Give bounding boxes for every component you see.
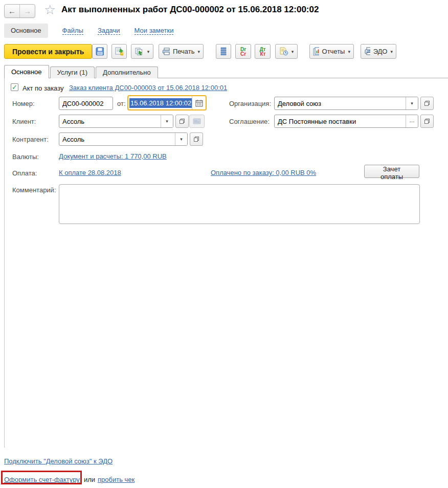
counterparty-combo[interactable]: Ассоль ▾ xyxy=(59,132,188,146)
back-arrow-icon: ← xyxy=(8,7,16,15)
floppy-save-icon xyxy=(96,47,104,56)
client-open-button[interactable] xyxy=(175,115,189,128)
agreement-label: Соглашение: xyxy=(229,118,270,125)
date-label: от: xyxy=(117,100,126,107)
date-selected-text: 15.06.2018 12:00:02 xyxy=(129,98,192,108)
calendar-icon xyxy=(195,99,203,107)
chevron-down-icon: ▾ xyxy=(147,49,150,54)
agreement-choose-button[interactable]: ... xyxy=(406,115,418,127)
create-based-on-icon xyxy=(135,48,144,56)
act-by-order-checkbox[interactable]: ✓ xyxy=(11,83,18,91)
page-title: Акт выполненных работ ДС00-000002 от 15.… xyxy=(61,5,319,15)
dr-cr-icon: Dr Cr xyxy=(240,47,246,56)
forward-arrow-icon: → xyxy=(24,7,31,15)
nav-item-main[interactable]: Основное xyxy=(4,24,48,38)
dt-kt-icon: Дт Кт xyxy=(259,47,265,56)
document-settlements-link[interactable]: Документ и расчеты: 1 770,00 RUB xyxy=(59,152,167,160)
counterparty-label: Контрагент: xyxy=(12,136,49,143)
payment-label: Оплата: xyxy=(12,169,37,177)
report-chart-icon xyxy=(313,47,319,56)
favorites-star-icon[interactable]: ☆ xyxy=(44,2,56,18)
payment-offset-button[interactable]: Зачет оплаты xyxy=(364,165,419,178)
printer-icon xyxy=(162,48,170,55)
organization-combo[interactable]: Деловой союз ▾ xyxy=(274,97,418,110)
document-clock-icon xyxy=(279,47,288,56)
date-field-group: 15.06.2018 12:00:02 xyxy=(127,95,207,110)
reports-button[interactable]: Отчеты ▾ xyxy=(309,44,354,59)
toolbar: Провести и закрыть xyxy=(0,44,448,59)
client-dropdown-button[interactable]: ▾ xyxy=(161,115,173,127)
calendar-button[interactable] xyxy=(192,96,206,109)
counterparty-dropdown-button[interactable]: ▾ xyxy=(175,133,187,145)
chevron-down-icon: ▾ xyxy=(180,137,183,142)
currencies-label: Валюты: xyxy=(12,153,39,161)
number-label: Номер: xyxy=(12,100,35,107)
client-value: Ассоль xyxy=(59,115,161,127)
reports-label: Отчеты xyxy=(322,48,345,55)
chevron-down-icon: ▾ xyxy=(411,101,413,106)
punch-receipt-link[interactable]: пробить чек xyxy=(98,476,135,483)
chevron-down-icon: ▾ xyxy=(390,49,393,54)
open-form-icon xyxy=(179,118,185,124)
print-label: Печать xyxy=(173,48,195,55)
edo-button[interactable]: ЭДО ▾ xyxy=(361,44,396,59)
client-label: Клиент: xyxy=(12,118,36,125)
counterparty-open-button[interactable] xyxy=(190,132,203,146)
agreement-open-button[interactable] xyxy=(420,115,434,128)
chevron-down-icon: ▾ xyxy=(197,49,200,54)
chevron-down-icon: ▾ xyxy=(166,119,168,124)
nav-link-notes[interactable]: Мои заметки xyxy=(135,27,174,35)
history-nav: ← → xyxy=(4,4,35,18)
open-form-icon xyxy=(193,136,199,142)
ellipsis-icon: ... xyxy=(409,117,414,124)
chevron-down-icon: ▾ xyxy=(348,49,350,54)
chevron-down-icon: ▾ xyxy=(292,49,294,54)
post-and-close-button[interactable]: Провести и закрыть xyxy=(4,44,92,59)
or-text: или xyxy=(84,476,95,483)
create-invoice-link[interactable]: Оформить счет-фактуру xyxy=(4,476,80,483)
dr-cr-button[interactable]: Dr Cr xyxy=(235,44,251,59)
agreement-combo[interactable]: ДС Постоянные поставки ... xyxy=(274,115,418,128)
open-form-icon xyxy=(424,100,430,106)
edo-label: ЭДО xyxy=(373,48,388,55)
edo-connect-link[interactable]: Подключить "Деловой союз" к ЭДО xyxy=(4,457,113,465)
agreement-value: ДС Постоянные поставки xyxy=(275,115,406,127)
organization-open-button[interactable] xyxy=(420,97,434,110)
nav-link-files[interactable]: Файлы xyxy=(62,27,83,35)
comment-textarea[interactable] xyxy=(59,184,420,224)
tab-services[interactable]: Услуги (1) xyxy=(50,66,95,78)
back-button[interactable]: ← xyxy=(5,5,19,17)
nav-link-tasks[interactable]: Задачи xyxy=(98,27,120,35)
date-input[interactable]: 15.06.2018 12:00:02 xyxy=(128,96,192,109)
organization-value: Деловой союз xyxy=(275,97,406,109)
edo-exchange-icon xyxy=(364,47,370,56)
counterparty-value: Ассоль xyxy=(59,133,175,145)
register-records-icon xyxy=(220,47,227,56)
create-based-on-button[interactable]: ▾ xyxy=(131,44,153,59)
forward-button[interactable]: → xyxy=(20,5,35,17)
tab-additional[interactable]: Дополнительно xyxy=(96,66,158,78)
customer-order-link[interactable]: Заказ клиента ДС00-000003 от 15.06.2018 … xyxy=(69,84,227,92)
act-form-window: ← → ☆ Акт выполненных работ ДС00-000002 … xyxy=(0,0,448,488)
tab-strip: Основное Услуги (1) Дополнительно xyxy=(4,65,159,78)
related-nav: Основное Файлы Задачи Мои заметки xyxy=(4,24,173,38)
organization-dropdown-button[interactable]: ▾ xyxy=(406,97,418,109)
act-by-order-label: Акт по заказу xyxy=(23,84,64,92)
post-document-button[interactable] xyxy=(111,44,127,59)
dossier-card-icon xyxy=(193,118,201,124)
paid-by-order-link[interactable]: Оплачено по заказу: 0,00 RUB 0% xyxy=(211,169,316,176)
document-journal-button[interactable]: ▾ xyxy=(275,44,298,59)
comment-label: Комментарий: xyxy=(12,186,56,194)
client-dossier-button[interactable] xyxy=(189,115,205,128)
dt-kt-button[interactable]: Дт Кт xyxy=(255,44,271,59)
payment-due-link[interactable]: К оплате 28.08.2018 xyxy=(59,169,121,176)
tab-main[interactable]: Основное xyxy=(4,65,49,78)
number-input[interactable] xyxy=(59,97,113,110)
open-form-icon xyxy=(424,118,430,124)
post-document-icon xyxy=(115,47,123,56)
save-button[interactable] xyxy=(92,44,107,59)
register-records-button[interactable] xyxy=(216,44,231,59)
print-button[interactable]: Печать ▾ xyxy=(159,44,204,59)
organization-label: Организация: xyxy=(229,100,271,107)
client-combo[interactable]: Ассоль ▾ xyxy=(59,115,173,128)
